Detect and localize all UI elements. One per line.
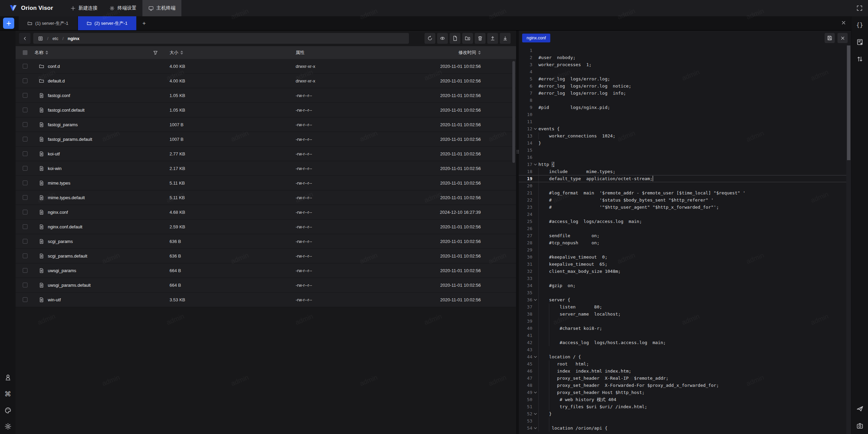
row-checkbox[interactable] [23,166,27,171]
editor-scrollbar-thumb[interactable] [847,45,850,160]
fold-gutter[interactable] [532,424,538,432]
editor-line[interactable]: 44 location / { [519,353,851,360]
close-editor-button[interactable] [837,33,848,43]
editor-line[interactable]: 4 [519,68,851,75]
editor-line[interactable]: 42 #access_log logs/host.access.log main… [519,339,851,346]
editor-line[interactable]: 45 root html; [519,360,851,367]
save-button[interactable] [825,33,835,43]
editor-line[interactable]: 49 proxy_set_header Host $http_host; [519,389,851,396]
shortcuts-button[interactable]: ⌘ [4,390,11,398]
filter-funnel-icon[interactable] [153,50,158,55]
row-checkbox[interactable] [23,78,27,83]
editor-line[interactable]: 16 [519,154,851,161]
editor-line[interactable]: 3worker_processes 1; [519,61,851,68]
column-header-mtime[interactable]: 修改时间 [411,50,516,56]
fold-chevron-icon[interactable] [534,391,537,393]
preview-button[interactable] [437,33,448,44]
table-row[interactable]: mime.types5.11 KB-rw-r--r--2020-11-01 10… [16,176,516,190]
editor-line[interactable]: 31 keepalive_timeout 65; [519,261,851,268]
row-checkbox[interactable] [23,195,27,200]
editor-line[interactable]: 20 [519,182,851,189]
upload-button[interactable] [487,33,498,44]
screenshot-button[interactable] [856,422,863,429]
sort-carets[interactable] [180,51,183,55]
editor-line[interactable]: 18 include mime.types; [519,168,851,175]
editor-line[interactable]: 6#error_log logs/error.log notice; [519,82,851,90]
transfer-button[interactable] [856,56,863,62]
table-row[interactable]: koi-utf2.77 KB-rw-r--r--2020-11-01 10:02… [16,147,516,161]
editor-line[interactable]: 2#user nobody; [519,54,851,61]
editor-line[interactable]: 32 client_max_body_size 1048m; [519,268,851,275]
editor-line[interactable]: 34 #gzip on; [519,282,851,289]
row-checkbox[interactable] [23,64,27,69]
sort-carets[interactable] [478,51,481,55]
fold-chevron-icon[interactable] [534,127,537,130]
editor-line[interactable]: 54 location /orion/api { [519,424,851,432]
table-row[interactable]: fastcgi.conf1.05 KB-rw-r--r--2020-11-01 … [16,88,516,103]
snippets-button[interactable] [856,39,863,45]
table-row[interactable]: default.d4.00 KBdrwxr-xr-x2020-11-01 10:… [16,74,516,88]
user-button[interactable] [4,374,12,381]
fold-gutter[interactable] [532,353,538,360]
format-json-button[interactable]: {} [856,22,863,29]
column-header-size[interactable]: 大小 [167,50,296,56]
fold-gutter[interactable] [532,389,538,396]
tab-server-2[interactable]: (2) server-生产-1 [78,16,137,30]
row-checkbox[interactable] [23,253,27,258]
close-panel-button[interactable] [841,20,846,25]
editor-line[interactable]: 11 [519,118,851,125]
table-row[interactable]: uwsgi_params664 B-rw-r--r--2020-11-01 10… [16,263,516,278]
breadcrumb[interactable]: / etc / nginx [33,33,409,44]
theme-button[interactable] [4,407,12,414]
send-command-button[interactable] [856,405,864,412]
editor-line[interactable]: 30 #keepalive_timeout 0; [519,253,851,261]
row-checkbox[interactable] [23,181,27,185]
editor-line[interactable]: 12events { [519,125,851,132]
table-row[interactable]: uwsgi_params.default664 B-rw-r--r--2020-… [16,278,516,293]
table-row[interactable]: conf.d4.00 KBdrwxr-xr-x2020-11-01 10:02:… [16,59,516,74]
editor-scrollbar[interactable] [846,45,851,434]
fold-chevron-icon[interactable] [534,298,537,301]
table-row[interactable]: win-utf3.53 KB-rw-r--r--2020-11-01 10:02… [16,293,516,307]
table-row[interactable]: nginx.conf.default2.59 KB-rw-r--r--2020-… [16,220,516,234]
editor-line[interactable]: 46 index index.html index.htm; [519,367,851,375]
editor-line[interactable]: 8 [519,97,851,104]
editor-line[interactable]: 35 [519,289,851,296]
editor-line[interactable]: 10 [519,111,851,118]
refresh-button[interactable] [425,33,435,44]
breadcrumb-segment-nginx[interactable]: nginx [68,36,80,41]
table-row[interactable]: mime.types.default5.11 KB-rw-r--r--2020-… [16,190,516,205]
menu-terminal-settings[interactable]: 终端设置 [103,0,142,16]
tab-server-1[interactable]: (1) server-生产-1 [19,16,77,30]
table-row[interactable]: nginx.conf4.68 KB-rw-r--r--2024-12-10 16… [16,205,516,220]
row-checkbox[interactable] [23,224,27,229]
row-checkbox[interactable] [23,239,27,244]
editor-line[interactable]: 22 # '$status $body_bytes_sent "$http_re… [519,196,851,204]
editor-line[interactable]: 47 proxy_set_header X-Real-IP $remote_ad… [519,375,851,382]
editor-line[interactable]: 40 #charset koi8-r; [519,325,851,332]
code-editor[interactable]: 12#user nobody;3worker_processes 1;45#er… [519,45,851,434]
fold-chevron-icon[interactable] [534,163,537,165]
editor-line[interactable]: 43 [519,346,851,353]
row-checkbox[interactable] [23,283,27,287]
table-row[interactable]: koi-win2.17 KB-rw-r--r--2020-11-01 10:02… [16,161,516,176]
open-file-tag[interactable]: nginx.conf [522,34,550,42]
column-header-name[interactable]: 名称 [35,50,167,56]
menu-host-terminal[interactable]: 主机终端 [142,0,181,16]
fullscreen-button[interactable] [856,5,863,11]
fold-chevron-icon[interactable] [534,412,537,415]
row-checkbox[interactable] [23,151,27,156]
new-file-button[interactable] [450,33,460,44]
row-checkbox[interactable] [23,210,27,214]
fold-chevron-icon[interactable] [534,355,537,358]
table-row[interactable]: fastcgi.conf.default1.05 KB-rw-r--r--202… [16,103,516,117]
fold-gutter[interactable] [532,296,538,303]
editor-line[interactable]: 7#error_log logs/error.log info; [519,90,851,97]
editor-line[interactable]: 25 #access_log logs/access.log main; [519,218,851,225]
row-checkbox[interactable] [23,122,27,127]
menu-new-connection[interactable]: 新建连接 [64,0,103,16]
editor-line[interactable]: 24 [519,211,851,218]
editor-line[interactable]: 9#pid logs/nginx.pid; [519,104,851,111]
table-row[interactable]: fastcgi_params1007 B-rw-r--r--2020-11-01… [16,117,516,132]
new-folder-button[interactable] [462,33,473,44]
